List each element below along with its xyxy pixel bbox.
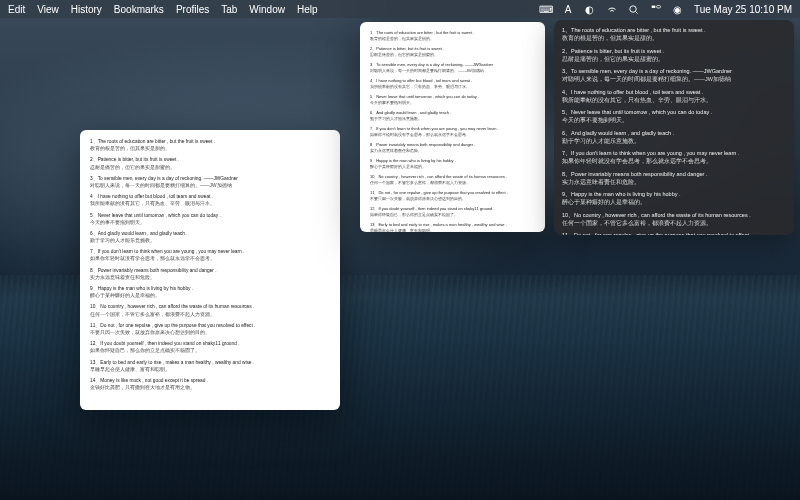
quote-entry: 1、The roots of education are bitter , bu… xyxy=(90,138,330,152)
quote-chinese: 早睡早起会使人健康、富有和聪明。 xyxy=(370,228,535,232)
quote-chinese: 醉心于某种癖好的人是幸福的。 xyxy=(370,164,535,170)
quote-entry: 13、Early to bed and early to rise , make… xyxy=(90,359,330,373)
quote-english: 6、And gladly would learn , and gladly te… xyxy=(562,129,786,137)
quote-entry: 13、Early to bed and early to rise , make… xyxy=(370,222,535,232)
menubar-clock[interactable]: Tue May 25 10:10 PM xyxy=(694,4,792,15)
quote-english: 2、Patience is bitter, but its fruit is s… xyxy=(90,156,330,163)
ime-icon[interactable]: ⌨ xyxy=(540,3,552,15)
quote-chinese: 今天的事不要拖到明天。 xyxy=(370,100,535,106)
quote-entry: 5、Never leave that until tomorrow , whic… xyxy=(562,108,786,125)
quote-chinese: 不要只因一次失败，就放弃你原来决心想达到的目的。 xyxy=(90,329,330,336)
wifi-icon[interactable] xyxy=(606,3,618,15)
quote-chinese: 如果你怀疑自己，那么你的立足点确实不稳固了。 xyxy=(90,347,330,354)
quote-entry: 12、If you doubt yourself , then indeed y… xyxy=(90,340,330,354)
quote-english: 4、I have nothing to offer but blood , to… xyxy=(90,193,330,200)
quote-entry: 11、Do not , for one repulse , give up th… xyxy=(562,231,786,235)
quote-chinese: 教育的根是苦的，但其果实是甜的。 xyxy=(370,36,535,42)
quote-chinese: 如果你年轻时就没有学会思考，那么就永远学不会思考。 xyxy=(562,157,786,165)
quote-chinese: 如果你怀疑自己，那么你的立足点确实不稳固了。 xyxy=(370,212,535,218)
quote-entry: 2、Patience is bitter, but its fruit is s… xyxy=(90,156,330,170)
quote-entry: 10、No country , however rich , can affor… xyxy=(562,211,786,228)
quote-entry: 7、If you don't learn to think when you a… xyxy=(90,248,330,262)
quote-entry: 6、And gladly would learn , and gladly te… xyxy=(90,230,330,244)
quote-entry: 7、If you don't learn to think when you a… xyxy=(562,149,786,166)
quote-english: 13、Early to bed and early to rise , make… xyxy=(90,359,330,366)
quote-chinese: 对聪明人来说，每一天的时间都是要精打细算的。——JW加德纳 xyxy=(90,182,330,189)
quote-english: 4、I have nothing to offer but blood , to… xyxy=(562,88,786,96)
quote-entry: 7、If you don't learn to think when you a… xyxy=(370,126,535,138)
quote-entry: 5、Never leave that until tomorrow , whic… xyxy=(370,94,535,106)
quote-english: 10、No country , however rich , can affor… xyxy=(562,211,786,219)
quote-entry: 8、Power invariably means both responsibi… xyxy=(370,142,535,154)
quote-chinese: 忍耐是痛苦的，但它的果实是甜蜜的。 xyxy=(562,55,786,63)
menu-item-bookmarks[interactable]: Bookmarks xyxy=(114,4,164,15)
quote-entry: 10、No country , however rich , can affor… xyxy=(90,303,330,317)
document-window-secondary[interactable]: 1、The roots of education are bitter , bu… xyxy=(360,22,545,232)
svg-rect-1 xyxy=(651,6,655,9)
quote-entry: 4、I have nothing to offer but blood , to… xyxy=(90,193,330,207)
quote-chinese: 实力永远意味着责任和危险。 xyxy=(90,274,330,281)
quote-english: 6、And gladly would learn , and gladly te… xyxy=(90,230,330,237)
quote-chinese: 早睡早起会使人健康、富有和聪明。 xyxy=(90,366,330,373)
quote-chinese: 对聪明人来说，每一天的时间都是要精打细算的。——JW加德纳 xyxy=(370,68,535,74)
document-window-primary[interactable]: 1、The roots of education are bitter , bu… xyxy=(80,130,340,410)
quote-entry: 6、And gladly would learn , and gladly te… xyxy=(562,129,786,146)
quote-chinese: 勤于学习的人才能乐意施教。 xyxy=(370,116,535,122)
quote-entry: 11、Do not , for one repulse , give up th… xyxy=(370,190,535,202)
quote-chinese: 勤于学习的人才能乐意施教。 xyxy=(562,137,786,145)
quote-chinese: 任何一个国家，不管它多么富裕，都浪费不起人力资源。 xyxy=(90,311,330,318)
quote-entry: 11、Do not , for one repulse , give up th… xyxy=(90,322,330,336)
control-center-icon[interactable] xyxy=(650,3,662,15)
quote-english: 1、The roots of education are bitter , bu… xyxy=(90,138,330,145)
search-icon[interactable] xyxy=(628,3,640,15)
quote-entry: 6、And gladly would learn , and gladly te… xyxy=(370,110,535,122)
quote-entry: 9、Happy is the man who is living by his … xyxy=(370,158,535,170)
menu-item-history[interactable]: History xyxy=(71,4,102,15)
quote-chinese: 任何一个国家，不管它多么富裕，都浪费不起人力资源。 xyxy=(562,219,786,227)
quote-chinese: 今天的事不要拖到明天。 xyxy=(90,219,330,226)
menu-item-help[interactable]: Help xyxy=(297,4,318,15)
quote-entry: 10、No country , however rich , can affor… xyxy=(370,174,535,186)
quote-entry: 3、To sensible men, every day is a day of… xyxy=(562,67,786,84)
quote-english: 3、To sensible men, every day is a day of… xyxy=(90,175,330,182)
quote-chinese: 我所能奉献的没有其它，只有热血、辛劳、眼泪与汗水。 xyxy=(562,96,786,104)
quote-english: 11、Do not , for one repulse , give up th… xyxy=(90,322,330,329)
menu-item-tab[interactable]: Tab xyxy=(221,4,237,15)
quote-chinese: 忍耐是痛苦的，但它的果实是甜蜜的。 xyxy=(90,164,330,171)
menu-item-window[interactable]: Window xyxy=(249,4,285,15)
quote-english: 12、If you doubt yourself , then indeed y… xyxy=(90,340,330,347)
quote-english: 1、The roots of education are bitter , bu… xyxy=(562,26,786,34)
quote-chinese: 教育的根是苦的，但其果实是甜的。 xyxy=(90,145,330,152)
quote-chinese: 醉心于某种癖好的人是幸福的。 xyxy=(90,292,330,299)
quote-chinese: 任何一个国家，不管它多么富裕，都浪费不起人力资源。 xyxy=(370,180,535,186)
quote-entry: 1、The roots of education are bitter , bu… xyxy=(562,26,786,43)
quote-chinese: 忍耐是痛苦的，但它的果实是甜蜜的。 xyxy=(370,52,535,58)
quote-entry: 3、To sensible men, every day is a day of… xyxy=(90,175,330,189)
quote-entry: 1、The roots of education are bitter , bu… xyxy=(370,30,535,42)
quote-english: 14、Money is like muck , not good except … xyxy=(90,377,330,384)
text-icon[interactable]: A xyxy=(562,3,574,15)
menu-item-profiles[interactable]: Profiles xyxy=(176,4,209,15)
quote-chinese: 金钱好比粪肥，只有撒到在大地才是有用之物。 xyxy=(90,384,330,391)
menubar-right: ⌨ A ◐ ◉ Tue May 25 10:10 PM xyxy=(540,3,792,15)
quote-entry: 4、I have nothing to offer but blood , to… xyxy=(562,88,786,105)
menu-item-edit[interactable]: Edit xyxy=(8,4,25,15)
menubar-left: EditViewHistoryBookmarksProfilesTabWindo… xyxy=(8,4,318,15)
siri-icon[interactable]: ◉ xyxy=(672,3,684,15)
quote-chinese: 如果你年轻时就没有学会思考，那么就永远学不会思考。 xyxy=(90,255,330,262)
quote-chinese: 我所能奉献的没有其它，只有热血、辛劳、眼泪与汗水。 xyxy=(370,84,535,90)
notification-panel[interactable]: 1、The roots of education are bitter , bu… xyxy=(554,20,794,235)
quote-entry: 12、If you doubt yourself , then indeed y… xyxy=(370,206,535,218)
quote-english: 5、Never leave that until tomorrow , whic… xyxy=(90,212,330,219)
quote-chinese: 如果你年轻时就没有学会思考，那么就永远学不会思考。 xyxy=(370,132,535,138)
quote-entry: 3、To sensible men, every day is a day of… xyxy=(370,62,535,74)
svg-point-0 xyxy=(630,5,636,11)
quote-english: 3、To sensible men, every day is a day of… xyxy=(562,67,786,75)
menu-item-view[interactable]: View xyxy=(37,4,59,15)
quote-english: 5、Never leave that until tomorrow , whic… xyxy=(562,108,786,116)
svg-rect-2 xyxy=(656,6,660,9)
quote-entry: 14、Money is like muck , not good except … xyxy=(90,377,330,391)
user-icon[interactable]: ◐ xyxy=(584,3,596,15)
quote-english: 7、If you don't learn to think when you a… xyxy=(562,149,786,157)
quote-entry: 8、Power invariably means both responsibi… xyxy=(562,170,786,187)
